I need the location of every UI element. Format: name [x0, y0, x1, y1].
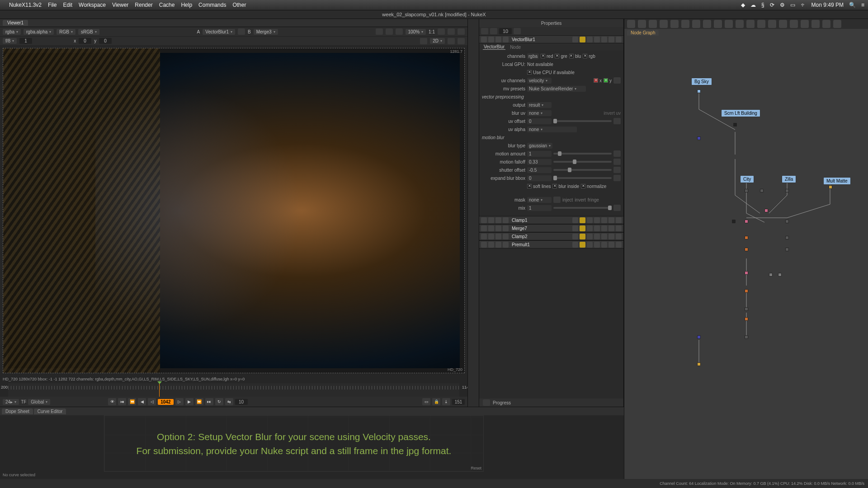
loop-icon[interactable]: ↻ [215, 398, 223, 405]
alpha-check[interactable] [583, 54, 587, 58]
close-panel-icon[interactable] [616, 242, 622, 248]
frame-increment[interactable]: 10 [235, 399, 248, 405]
menu-render[interactable]: Render [135, 2, 152, 8]
b-input-dropdown[interactable]: Merge3 [254, 29, 278, 35]
motion-amount-input[interactable]: 1 [527, 151, 552, 157]
prev-key-button[interactable]: ⏪ [128, 398, 136, 405]
blur-type-dropdown[interactable]: gaussian [527, 143, 552, 149]
uv-channels-dropdown[interactable]: velocity [527, 78, 552, 84]
node[interactable] [745, 335, 748, 339]
mix-anim-icon[interactable] [613, 205, 621, 211]
close-panel-icon[interactable] [616, 234, 622, 239]
lock-icon[interactable]: 🔒 [432, 398, 440, 405]
center-icon[interactable] [488, 37, 494, 42]
adobe-icon[interactable]: ◆ [741, 2, 745, 8]
menu-viewer[interactable]: Viewer [112, 2, 128, 8]
motion-amount-slider[interactable] [553, 153, 612, 155]
collapse-icon[interactable] [481, 234, 487, 239]
play-fwd-button[interactable]: ▶ [185, 398, 193, 405]
node-header-clamp2[interactable]: Clamp2 [479, 232, 623, 240]
uv-x-check[interactable] [594, 78, 598, 83]
updates-icon[interactable]: ⚙ [780, 2, 785, 8]
mask-dropdown[interactable]: none [527, 197, 552, 203]
help-icon[interactable] [609, 37, 614, 42]
shutter-offset-anim-icon[interactable] [613, 167, 621, 173]
a-input-dropdown[interactable]: VectorBlur1 [203, 29, 235, 35]
clear-panels-icon[interactable] [490, 28, 497, 34]
backdrop-scrn-building[interactable]: Scrn Lft Building [721, 109, 760, 117]
close-viewer-icon[interactable] [458, 38, 465, 44]
playhead-line[interactable] [159, 383, 160, 397]
sync-icon[interactable]: ⟳ [770, 2, 774, 8]
bits-dropdown[interactable]: RGB [57, 29, 75, 35]
tab-node[interactable]: Node [509, 45, 522, 50]
max-panels-input[interactable]: 10 [499, 28, 512, 34]
dim-dropdown[interactable]: 2D [430, 38, 445, 44]
shutter-offset-input[interactable]: -0.5 [527, 167, 552, 173]
y-input[interactable]: 0 [99, 38, 112, 44]
stereo-icon[interactable] [448, 38, 455, 44]
export-icon[interactable]: ⤓ [442, 398, 450, 405]
uv-offset-anim-icon[interactable] [613, 118, 621, 124]
bounce-icon[interactable]: ⇆ [225, 398, 233, 405]
blur-uv-dropdown[interactable]: none [527, 110, 552, 116]
app-menu[interactable]: NukeX11.3v2 [9, 2, 42, 8]
node[interactable] [745, 236, 748, 239]
tab-vectorblur[interactable]: VectorBlur [483, 44, 505, 50]
first-frame-button[interactable]: ⏮ [118, 398, 126, 405]
channel-dropdown[interactable]: rgba [3, 29, 21, 35]
range-dropdown[interactable]: Global [28, 399, 50, 405]
next-key-button[interactable]: ⏩ [195, 398, 203, 405]
menu-file[interactable]: File [48, 2, 57, 8]
menu-commands[interactable]: Commands [198, 2, 226, 8]
use-cpu-check[interactable] [527, 70, 532, 75]
undo-icon[interactable] [594, 37, 600, 42]
mix-slider[interactable] [553, 207, 612, 209]
backdrop-bg-sky[interactable]: Bg Sky [691, 78, 712, 85]
motion-amount-anim-icon[interactable] [613, 150, 621, 157]
curve-canvas[interactable]: Option 2: Setup Vector Blur for your sce… [104, 415, 484, 472]
dollar-icon[interactable]: § [761, 2, 764, 8]
menu-other[interactable]: Other [232, 2, 246, 8]
play-back-button[interactable]: ◀ [138, 398, 146, 405]
merge-node[interactable] [697, 136, 701, 140]
revert-icon[interactable] [587, 37, 593, 42]
x-input[interactable]: 0 [79, 38, 91, 44]
divider-strip[interactable] [468, 19, 479, 407]
node-header-vectorblur[interactable]: VectorBlur1 [479, 35, 623, 43]
expand-bbox-anim-icon[interactable] [613, 175, 621, 181]
proxy-icon[interactable] [386, 28, 393, 35]
node[interactable] [697, 335, 701, 339]
mask-split-icon[interactable] [553, 197, 561, 203]
blue-check[interactable] [569, 54, 574, 58]
zoom-fit-icon[interactable] [438, 28, 445, 35]
link-icon[interactable] [503, 37, 509, 42]
menu-workspace[interactable]: Workspace [79, 2, 106, 8]
airplay-icon[interactable]: ▭ [790, 2, 795, 8]
node[interactable] [745, 248, 748, 251]
collapse-icon[interactable] [481, 225, 487, 231]
fullscreen-icon[interactable] [448, 28, 455, 35]
read-node[interactable] [745, 189, 748, 192]
tab-curve-editor[interactable]: Curve Editor [34, 408, 66, 414]
uv-extra-icon[interactable] [613, 77, 621, 84]
step-back-button[interactable]: ◁ [148, 398, 156, 405]
node[interactable] [745, 307, 748, 311]
green-check[interactable] [555, 54, 559, 58]
read-node[interactable] [697, 89, 701, 93]
node-label[interactable] [778, 273, 782, 277]
uv-offset-slider[interactable] [553, 120, 612, 122]
clock[interactable]: Mon 9:49 PM [811, 2, 844, 8]
zoom-dropdown[interactable]: 100% [406, 29, 426, 35]
wifi-icon[interactable]: ᯤ [801, 2, 806, 8]
normalize-check[interactable] [581, 184, 585, 188]
channels-dropdown[interactable]: rgba [527, 53, 539, 59]
wipe-icon[interactable] [238, 28, 245, 35]
playhead-icon[interactable] [157, 381, 162, 384]
layer-dropdown[interactable]: rgba.alpha [24, 29, 54, 35]
write-node[interactable] [697, 362, 701, 366]
node-name[interactable]: VectorBlur1 [510, 37, 571, 42]
refresh-icon[interactable] [458, 28, 465, 35]
read-node[interactable] [760, 189, 764, 192]
clip-icon[interactable] [420, 38, 427, 44]
